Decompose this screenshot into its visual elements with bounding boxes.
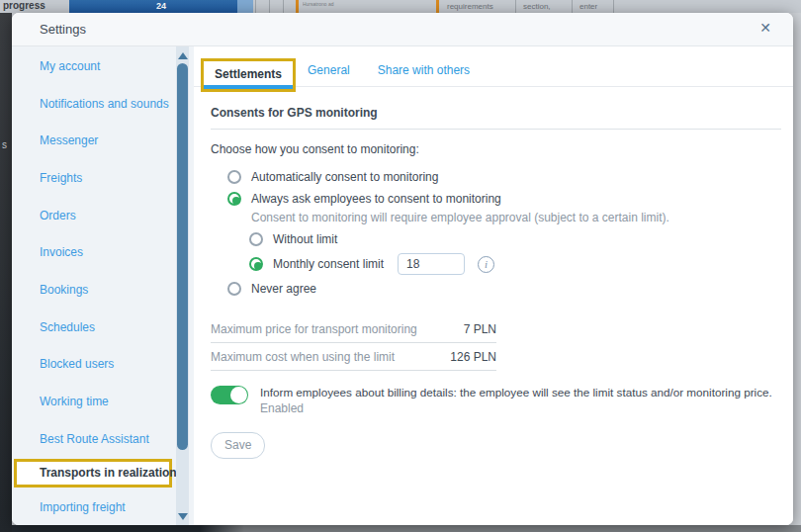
radio-always-ask-label: Always ask employees to consent to monit… — [251, 192, 501, 206]
billing-details-toggle[interactable] — [211, 386, 248, 404]
highlight-annotation-settlements: Settlements — [201, 58, 296, 92]
summary-label: Maximum cost when using the limit — [211, 350, 395, 364]
sidebar-item-blocked-users[interactable]: Blocked users — [12, 346, 194, 384]
background-edge-letter: s — [2, 139, 7, 150]
radio-option-without-limit[interactable]: Without limit — [249, 228, 781, 250]
scroll-down-icon[interactable] — [178, 513, 188, 520]
tab-bar: Settlements General Share with others — [194, 46, 793, 87]
close-icon[interactable]: ✕ — [759, 20, 771, 36]
sidebar-item-schedules[interactable]: Schedules — [12, 309, 194, 346]
radio-monthly-limit-icon[interactable] — [249, 257, 263, 271]
scrollbar-thumb[interactable] — [177, 63, 188, 450]
billing-toggle-block: Inform employees about billing details: … — [211, 386, 781, 415]
sidebar-item-notifications-and-sounds[interactable]: Notifications and sounds — [12, 85, 194, 123]
background-progress-value: 24 — [156, 1, 166, 11]
background-column-divider — [572, 0, 573, 13]
monthly-limit-input[interactable] — [398, 253, 465, 275]
sidebar-item-importing-freight[interactable]: Importing freight — [12, 488, 194, 525]
background-header-cell: section, — [523, 2, 551, 11]
tab-share-with-others[interactable]: Share with others — [378, 63, 470, 77]
summary-row-max-price: Maximum price for transport monitoring 7… — [211, 315, 496, 343]
radio-automatic-icon[interactable] — [227, 170, 241, 184]
background-progress-bar: 24 — [69, 0, 253, 13]
summary-row-max-cost: Maximum cost when using the limit 126 PL… — [211, 343, 496, 371]
background-orange-marker — [296, 0, 299, 13]
billing-toggle-status: Enabled — [260, 401, 772, 415]
tab-settlements[interactable]: Settlements — [204, 61, 293, 89]
background-small-text: Hursatrono ad — [303, 2, 333, 8]
settlements-pane: Consents for GPS monitoring Choose how y… — [194, 87, 793, 459]
price-summary: Maximum price for transport monitoring 7… — [211, 315, 496, 371]
settings-sidebar: My account Notifications and sounds Mess… — [12, 46, 194, 525]
radio-never-agree-icon[interactable] — [227, 282, 241, 296]
radio-without-limit-label: Without limit — [273, 232, 337, 246]
toggle-knob — [230, 387, 247, 403]
radio-option-never-agree[interactable]: Never agree — [227, 278, 781, 300]
background-column-divider — [269, 0, 270, 13]
radio-option-automatic[interactable]: Automatically consent to monitoring — [227, 166, 781, 188]
background-bottom-edge — [12, 525, 801, 532]
sidebar-item-invoices[interactable]: Invoices — [12, 233, 194, 271]
summary-label: Maximum price for transport monitoring — [211, 322, 417, 336]
background-column-divider — [255, 0, 256, 13]
radio-automatic-label: Automatically consent to monitoring — [251, 170, 438, 184]
dialog-title: Settings — [40, 22, 86, 37]
tab-general[interactable]: General — [308, 63, 350, 77]
dialog-body: My account Notifications and sounds Mess… — [12, 46, 793, 525]
sidebar-scrollbar[interactable] — [176, 46, 189, 525]
dialog-header: Settings ✕ — [12, 13, 793, 46]
info-icon[interactable]: i — [478, 256, 494, 273]
settings-dialog: Settings ✕ My account Notifications and … — [12, 13, 793, 525]
radio-never-agree-label: Never agree — [251, 282, 316, 296]
background-page-header: progress 24 Hursatrono ad requirements s… — [0, 0, 801, 13]
consent-options: Automatically consent to monitoring Alwa… — [227, 166, 781, 300]
background-progress-bar-segment — [237, 0, 253, 13]
summary-value: 126 PLN — [450, 350, 496, 364]
sidebar-item-messenger[interactable]: Messenger — [12, 122, 194, 159]
toggle-text: Inform employees about billing details: … — [260, 386, 772, 415]
radio-option-always-ask[interactable]: Always ask employees to consent to monit… — [227, 188, 781, 210]
sidebar-item-freights[interactable]: Freights — [12, 159, 194, 197]
background-column-divider — [283, 0, 284, 13]
radio-monthly-limit-label: Monthly consent limit — [273, 257, 384, 271]
sidebar-nav: My account Notifications and sounds Mess… — [12, 46, 194, 525]
background-orange-marker — [436, 0, 439, 13]
background-progress-label: progress — [3, 0, 45, 11]
radio-option-monthly-limit[interactable]: Monthly consent limit i — [249, 250, 781, 278]
summary-value: 7 PLN — [464, 322, 496, 336]
sidebar-item-my-account[interactable]: My account — [12, 47, 194, 85]
background-left-edge: s — [0, 13, 12, 532]
sidebar-item-best-route-assistant[interactable]: Best Route Assistant — [12, 420, 194, 458]
settings-content: Settlements General Share with others Co… — [194, 46, 793, 525]
background-column-divider — [515, 0, 516, 13]
section-title: Consents for GPS monitoring — [211, 106, 781, 130]
radio-always-ask-icon[interactable] — [227, 192, 241, 206]
billing-toggle-label: Inform employees about billing details: … — [260, 386, 772, 399]
consent-intro-text: Choose how you consent to monitoring: — [211, 142, 781, 156]
radio-without-limit-icon[interactable] — [249, 232, 263, 246]
always-ask-description: Consent to monitoring will require emplo… — [251, 211, 781, 224]
scroll-up-icon[interactable] — [178, 52, 188, 59]
sidebar-item-working-time[interactable]: Working time — [12, 383, 194, 420]
sidebar-item-bookings[interactable]: Bookings — [12, 271, 194, 309]
background-header-cell: requirements — [447, 2, 493, 11]
limit-sub-options: Without limit Monthly consent limit i — [249, 228, 781, 278]
save-button[interactable]: Save — [211, 432, 265, 459]
sidebar-item-orders[interactable]: Orders — [12, 197, 194, 234]
sidebar-item-transports-in-realization[interactable]: Transports in realization — [14, 459, 172, 488]
background-header-cell: enter — [579, 2, 597, 11]
background-column-divider — [613, 0, 614, 13]
